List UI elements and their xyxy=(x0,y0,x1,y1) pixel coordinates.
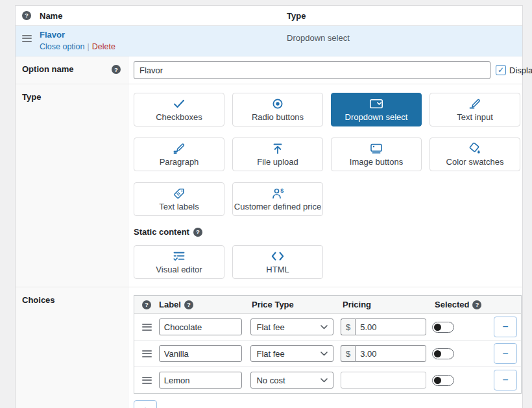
price-input[interactable] xyxy=(341,372,426,389)
column-header-type: Type xyxy=(287,11,306,21)
person-dollar-icon: $ xyxy=(270,187,285,200)
help-icon[interactable]: ? xyxy=(193,228,202,237)
option-name-input[interactable] xyxy=(134,61,490,79)
type-button-customer-defined-price[interactable]: $ Customer defined price xyxy=(232,182,323,216)
type-button-text-input[interactable]: Text input xyxy=(429,93,520,126)
type-button-radio-buttons[interactable]: Radio buttons xyxy=(232,93,323,126)
delete-option-link[interactable]: Delete xyxy=(92,42,115,51)
drag-handle-icon[interactable] xyxy=(142,348,152,359)
display-label: Display xyxy=(509,66,532,75)
svg-text:$: $ xyxy=(280,187,284,194)
radio-icon xyxy=(270,97,285,110)
tag-icon xyxy=(171,187,187,200)
type-button-visual-editor[interactable]: Visual editor xyxy=(134,245,224,279)
choice-row-chocolate: Flat fee $ − xyxy=(134,314,521,341)
help-icon[interactable]: ? xyxy=(472,300,481,309)
choice-label-input[interactable] xyxy=(159,372,242,389)
type-button-paragraph[interactable]: Paragraph xyxy=(134,138,224,171)
choices-label-cell: Choices xyxy=(16,287,128,408)
currency-symbol: $ xyxy=(341,345,355,362)
column-header-pricing: Pricing xyxy=(343,300,435,309)
choice-label-input[interactable] xyxy=(159,345,242,362)
color-swatch-icon xyxy=(467,142,483,155)
type-button-checkboxes[interactable]: Checkboxes xyxy=(134,93,224,126)
chevron-down-icon xyxy=(320,352,328,356)
selected-toggle[interactable] xyxy=(432,322,454,333)
choices-section: Choices ? Label ? Price Type Pricing Sel… xyxy=(16,287,522,408)
remove-choice-button[interactable]: − xyxy=(494,317,517,337)
column-header-price-type: Price Type xyxy=(252,300,343,309)
action-separator: | xyxy=(88,42,90,51)
help-icon[interactable]: ? xyxy=(112,65,121,74)
selected-toggle[interactable] xyxy=(432,348,454,359)
selected-toggle[interactable] xyxy=(432,375,454,386)
price-input[interactable] xyxy=(355,318,426,335)
choices-table: ? Label ? Price Type Pricing Selected ? xyxy=(134,295,522,394)
option-name-label: Option name xyxy=(22,64,73,74)
type-button-dropdown-select[interactable]: Dropdown select xyxy=(331,93,422,126)
code-icon xyxy=(270,250,285,263)
option-name-section: Option name ? ✓ Display xyxy=(16,56,522,84)
type-button-image-buttons[interactable]: Image buttons xyxy=(331,138,422,171)
option-type-value: Dropdown select xyxy=(287,33,350,43)
static-content-grid: Visual editor HTML xyxy=(134,245,523,279)
currency-symbol: $ xyxy=(341,318,355,335)
price-type-select[interactable]: Flat fee xyxy=(250,345,333,362)
help-icon[interactable]: ? xyxy=(142,300,151,309)
product-option-editor: ? Name Type Flavor Close option|Delete D… xyxy=(15,5,523,408)
choices-table-header: ? Label ? Price Type Pricing Selected ? xyxy=(134,296,521,314)
type-button-html[interactable]: HTML xyxy=(232,245,323,279)
price-input[interactable] xyxy=(355,345,426,362)
checkmark-icon xyxy=(171,97,187,110)
dropdown-icon xyxy=(369,97,384,110)
remove-choice-button[interactable]: − xyxy=(494,343,517,364)
drag-handle-icon[interactable] xyxy=(142,374,152,386)
help-icon[interactable]: ? xyxy=(22,11,31,20)
drag-handle-icon[interactable] xyxy=(22,32,32,44)
type-label-cell: Type xyxy=(16,84,128,287)
close-option-link[interactable]: Close option xyxy=(40,42,85,51)
option-row-flavor: Flavor Close option|Delete Dropdown sele… xyxy=(16,26,522,56)
paragraph-icon xyxy=(171,142,187,155)
column-header-label: Label xyxy=(159,300,181,309)
upload-icon xyxy=(270,142,285,155)
type-button-text-labels[interactable]: Text labels xyxy=(134,182,224,216)
options-table-header: ? Name Type xyxy=(16,6,522,26)
choice-row-lemon: No cost − xyxy=(134,367,521,393)
chevron-down-icon xyxy=(320,378,328,383)
type-button-file-upload[interactable]: File upload xyxy=(232,138,323,171)
choice-row-vanilla: Flat fee $ − xyxy=(134,341,521,367)
type-button-grid: Checkboxes Radio buttons Dropdown select xyxy=(134,93,523,216)
option-name-link[interactable]: Flavor xyxy=(40,30,65,40)
column-header-selected: Selected xyxy=(435,300,469,309)
display-checkbox[interactable]: ✓ xyxy=(496,65,506,75)
visual-editor-icon xyxy=(171,250,187,263)
drag-handle-icon[interactable] xyxy=(142,321,152,333)
image-icon xyxy=(369,142,384,155)
chevron-down-icon xyxy=(320,325,328,330)
remove-choice-button[interactable]: − xyxy=(494,370,517,390)
pencil-icon xyxy=(467,97,483,110)
add-choice-button[interactable]: + xyxy=(134,400,157,408)
static-content-heading: Static content ? xyxy=(134,227,523,237)
column-header-name: Name xyxy=(40,11,62,21)
type-button-color-swatches[interactable]: Color swatches xyxy=(429,138,520,171)
help-icon[interactable]: ? xyxy=(184,300,193,309)
type-label: Type xyxy=(22,92,41,102)
choices-label: Choices xyxy=(22,295,55,305)
type-section: Type Checkboxes Radio buttons xyxy=(16,84,522,287)
price-type-select[interactable]: Flat fee xyxy=(250,318,333,335)
price-type-select[interactable]: No cost xyxy=(250,372,333,389)
option-name-label-cell: Option name ? xyxy=(16,56,128,84)
choice-label-input[interactable] xyxy=(159,318,242,335)
